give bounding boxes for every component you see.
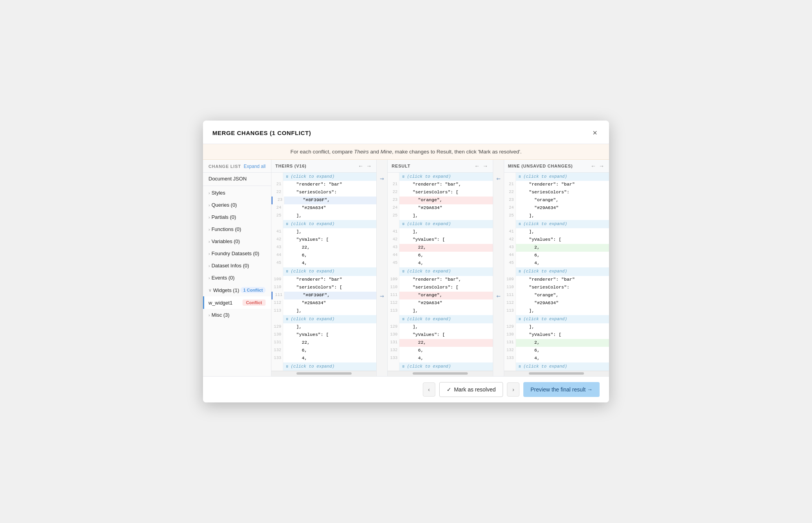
mine-line-45: 45 4,: [504, 260, 609, 267]
mine-scrollbar[interactable]: [504, 371, 609, 376]
sidebar-item-events[interactable]: › Events (0): [203, 272, 271, 284]
result-expand-2[interactable]: ⇅ (click to expand): [388, 220, 492, 228]
theirs-num-130: 130: [271, 331, 283, 339]
result-content-131: 22,: [399, 339, 492, 347]
mine-content-22: "seriesColors":: [516, 189, 609, 197]
theirs-expand-label-3[interactable]: ⇅ (click to expand): [283, 267, 376, 276]
mine-num-131: 131: [504, 339, 516, 347]
result-line-22: 22 "seriesColors": [: [388, 189, 492, 197]
result-num-130: 130: [388, 331, 399, 339]
result-next-btn[interactable]: →: [482, 163, 489, 169]
theirs-expand-5[interactable]: ⇅ (click to expand): [271, 362, 376, 371]
sidebar-item-misc[interactable]: › Misc (3): [203, 309, 271, 321]
result-scrollbar[interactable]: [388, 371, 492, 376]
result-mine-arrows: ⇜ ⇜: [493, 160, 504, 376]
theirs-content-24: "#29A634": [283, 204, 376, 212]
result-expand-1[interactable]: ⇅ (click to expand): [388, 173, 492, 181]
mine-content-21: "renderer": "bar": [516, 181, 609, 189]
result-expand-4[interactable]: ⇅ (click to expand): [388, 315, 492, 323]
mine-content-112: "#29A634": [516, 299, 609, 307]
theirs-expand-1[interactable]: ⇅ (click to expand): [271, 173, 376, 181]
theirs-expand-label-5[interactable]: ⇅ (click to expand): [283, 362, 376, 371]
result-expand-label-5[interactable]: ⇅ (click to expand): [399, 362, 492, 371]
result-line-131: 131 22,: [388, 339, 492, 347]
theirs-content-113: ],: [283, 307, 376, 315]
theirs-content-25: ],: [283, 212, 376, 220]
sidebar-item-dataset-infos[interactable]: › Dataset Infos (0): [203, 260, 271, 272]
theirs-num-24: 24: [271, 204, 283, 212]
theirs-prev-btn[interactable]: ←: [357, 163, 364, 169]
sidebar-item-variables[interactable]: › Variables (0): [203, 235, 271, 247]
preview-button[interactable]: Preview the final result →: [523, 382, 600, 397]
theirs-expand-label-1[interactable]: ⇅ (click to expand): [283, 173, 376, 181]
sidebar-item-partials[interactable]: › Partials (0): [203, 211, 271, 223]
result-content-21: "renderer": "bar",: [399, 181, 492, 189]
theirs-expand-2[interactable]: ⇅ (click to expand): [271, 220, 376, 228]
sidebar-item-foundry[interactable]: › Foundry Datasets (0): [203, 247, 271, 260]
mine-content-41: ],: [516, 228, 609, 236]
sidebar-item-functions[interactable]: › Functions (0): [203, 223, 271, 235]
mark-resolved-button[interactable]: ✓ Mark as resolved: [439, 382, 503, 397]
mine-expand-4[interactable]: ⇅ (click to expand): [504, 315, 609, 323]
mine-expand-label-4[interactable]: ⇅ (click to expand): [516, 315, 609, 323]
mine-expand-label-1[interactable]: ⇅ (click to expand): [516, 173, 609, 181]
result-expand-num-3: [388, 267, 399, 276]
theirs-content[interactable]: ⇅ (click to expand) 21 "renderer": "bar"…: [271, 173, 376, 370]
theirs-num-41: 41: [271, 228, 283, 236]
result-content-130: "yValues": [: [399, 331, 492, 339]
result-content[interactable]: ⇅ (click to expand) 21 "renderer": "bar"…: [388, 173, 492, 370]
mine-prev-btn[interactable]: ←: [590, 163, 597, 169]
result-header: RESULT ← →: [388, 160, 492, 173]
mine-label: MINE (UNSAVED CHANGES): [508, 164, 573, 168]
mine-content-45: 4,: [516, 260, 609, 267]
theirs-expand-num-3: [271, 267, 283, 276]
mine-expand-label-3[interactable]: ⇅ (click to expand): [516, 267, 609, 276]
mine-content-25: ],: [516, 212, 609, 220]
mine-content-111: "orange",: [516, 292, 609, 299]
mine-next-btn[interactable]: →: [598, 163, 605, 169]
sidebar-item-widgets[interactable]: ∨ Widgets (1) 1 Conflict: [203, 284, 271, 296]
sidebar-item-document-json[interactable]: Document JSON: [203, 173, 271, 185]
mine-expand-label-2[interactable]: ⇅ (click to expand): [516, 220, 609, 228]
theirs-num-113: 113: [271, 307, 283, 315]
mine-expand-3[interactable]: ⇅ (click to expand): [504, 267, 609, 276]
theirs-expand-3[interactable]: ⇅ (click to expand): [271, 267, 376, 276]
merge-arrow-mine-23[interactable]: ⇜: [496, 175, 501, 182]
theirs-line-133: 133 4,: [271, 355, 376, 362]
close-button[interactable]: ×: [590, 128, 600, 138]
result-expand-3[interactable]: ⇅ (click to expand): [388, 267, 492, 276]
result-expand-label-3[interactable]: ⇅ (click to expand): [399, 267, 492, 276]
theirs-expand-4[interactable]: ⇅ (click to expand): [271, 315, 376, 323]
sidebar-item-w-widget1[interactable]: w_widget1 Conflict: [203, 296, 271, 309]
result-expand-num-5: [388, 362, 399, 371]
mine-content[interactable]: ⇅ (click to expand) 21 "renderer": "bar"…: [504, 173, 609, 370]
theirs-expand-label-4[interactable]: ⇅ (click to expand): [283, 315, 376, 323]
merge-arrow-23[interactable]: ⇝: [380, 175, 384, 182]
result-expand-5[interactable]: ⇅ (click to expand): [388, 362, 492, 371]
mine-expand-5[interactable]: ⇅ (click to expand): [504, 362, 609, 371]
result-expand-label-4[interactable]: ⇅ (click to expand): [399, 315, 492, 323]
result-expand-label-2[interactable]: ⇅ (click to expand): [399, 220, 492, 228]
merge-arrow-mine-111[interactable]: ⇜: [496, 292, 501, 300]
theirs-expand-num-2: [271, 220, 283, 228]
expand-all-button[interactable]: Expand all: [244, 164, 266, 169]
result-content-112: "#29A634": [399, 299, 492, 307]
mine-expand-label-5[interactable]: ⇅ (click to expand): [516, 362, 609, 371]
theirs-next-btn[interactable]: →: [365, 163, 372, 169]
mine-expand-2[interactable]: ⇅ (click to expand): [504, 220, 609, 228]
theirs-num-131: 131: [271, 339, 283, 347]
theirs-scrollbar[interactable]: [271, 371, 376, 376]
result-line-43: 43 22,: [388, 244, 492, 252]
sidebar-item-styles[interactable]: › Styles: [203, 187, 271, 199]
result-prev-btn[interactable]: ←: [474, 163, 481, 169]
theirs-expand-label-2[interactable]: ⇅ (click to expand): [283, 220, 376, 228]
result-num-23: 23: [388, 197, 399, 204]
mine-expand-1[interactable]: ⇅ (click to expand): [504, 173, 609, 181]
theirs-num-132: 132: [271, 347, 283, 355]
result-content-44: 6,: [399, 252, 492, 260]
result-expand-label-1[interactable]: ⇅ (click to expand): [399, 173, 492, 181]
next-conflict-button[interactable]: ›: [507, 382, 519, 397]
prev-conflict-button[interactable]: ‹: [423, 382, 435, 397]
merge-arrow-111[interactable]: ⇝: [380, 292, 384, 300]
sidebar-item-queries[interactable]: › Queries (0): [203, 199, 271, 211]
